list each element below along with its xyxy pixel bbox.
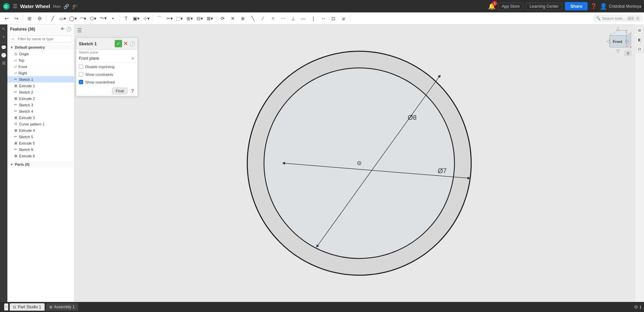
assembly-tab[interactable]: ⊞ Assembly 1 [46,303,78,311]
hamburger-icon[interactable]: ☰ [13,3,17,9]
part-studio-tab[interactable]: ⊡ Part Studio 1 [10,303,44,311]
sketch3-item[interactable]: ✏ Sketch 3 [7,102,74,108]
viewport-list-icon[interactable]: ☰ [77,27,82,34]
app-store-button[interactable]: App Store [498,3,523,10]
add-tab-button[interactable]: + [4,303,8,311]
sketch-help-icon[interactable]: ❓ [130,89,135,93]
origin-item[interactable]: ◎ Origin [7,51,74,57]
viewport[interactable]: ☰ Z X Front △ ▽ ◁ ▷ [74,24,644,302]
curve-pattern1-item[interactable]: ⚙ Curve pattern 1 [7,121,74,127]
document-title: Water Wheel [20,3,50,9]
sketch-plane-clear-icon[interactable]: ✕ [131,56,135,61]
sketch-icon-6: ✏ [14,147,17,152]
notification-button[interactable]: 🔔 1 [488,3,495,10]
vertical-tool[interactable]: | [309,14,318,23]
front-item[interactable]: ▱ Front [7,63,74,70]
sketch2-item[interactable]: ✏ Sketch 2 [7,89,74,95]
extrude6-item[interactable]: ▣ Extrude 6 [7,153,74,159]
default-geometry-group[interactable]: ▼ Default geometry [7,44,74,51]
parallel-tool[interactable]: ⋯ [278,14,288,23]
tangent-tool[interactable]: ∕ [258,14,268,23]
sketch-plane-select[interactable]: Front plane ✕ [76,54,138,63]
disable-imprinting-checkbox[interactable] [79,64,83,69]
arc-tool[interactable]: ◠▾ [78,14,88,23]
sketch2-label: Sketch 2 [19,90,33,94]
point-tool[interactable]: • [108,14,118,23]
add-item-icon[interactable]: + [1,34,7,39]
show-constraints-checkbox[interactable] [79,72,83,76]
select-tool-icon[interactable]: ↖ [1,27,7,32]
fixed-tool[interactable]: ⊡ [329,14,338,23]
split-tool[interactable]: ✕ [228,14,237,23]
sketch-fillet[interactable]: ⊠▾ [205,14,214,23]
mirror-tool[interactable]: ⊟▾ [195,14,204,23]
share-button[interactable]: Share [565,2,588,10]
sketch6-item[interactable]: ✏ Sketch 6 [7,146,74,153]
equal-tool[interactable]: = [268,14,278,23]
sketch4-item[interactable]: ✏ Sketch 4 [7,108,74,114]
symmetric-tool[interactable]: ↔ [319,14,328,23]
fillet-tool[interactable]: ⌒ [155,14,164,23]
right-panel-btn-3[interactable]: ⊡ [636,45,643,53]
link-icon[interactable]: 🔗 [63,4,69,9]
grid-button[interactable]: ⊞ [25,14,34,23]
orientation-badge[interactable]: ⊞ [625,51,631,56]
features-show-icon[interactable]: 👁 [60,27,65,32]
app-logo[interactable]: O [3,3,10,10]
offset-tool[interactable]: ⬚▾ [175,14,184,23]
history-icon[interactable]: 🕐 [1,53,7,58]
centerline-tool[interactable]: ⊹▾ [142,14,151,23]
settings-button[interactable]: ⚙ [35,14,44,23]
linear-pattern-tool[interactable]: ⊞▾ [185,14,194,23]
help-button[interactable]: ❓ [590,3,597,9]
sketch5-item[interactable]: ✏ Sketch 5 [7,134,74,140]
filter-input[interactable] [9,35,72,43]
perpendicular-tool[interactable]: ⊥ [288,14,298,23]
search-tools[interactable]: 🔍 Search tools... alt C [594,15,642,21]
polygon-tool[interactable]: ⬡▾ [88,14,98,23]
front-label: Front [18,65,27,69]
circle-tool[interactable]: ◯▾ [68,14,77,23]
rectangle-tool[interactable]: ▭▾ [58,14,67,23]
comment-icon[interactable]: 💬 [1,45,7,50]
cube-nav[interactable]: Z X Front △ ▽ ◁ ▷ ⊞ [606,27,631,56]
graduate-icon[interactable]: 🎓 [72,3,78,9]
dimension-tool[interactable]: ⌀ [339,14,348,23]
right-panel-btn-2[interactable]: ◧ [636,36,643,43]
undo-redo-group: ↩ ↪ [2,14,21,23]
line-tool[interactable]: ╱ [48,14,57,23]
extrude1-item[interactable]: ▣ Extrude 1 [7,83,74,89]
features-history-icon[interactable]: 🕐 [66,27,71,32]
right-panel-btn-1[interactable]: ⊞ [636,27,643,34]
trim-tool[interactable]: ✂▾ [165,14,174,23]
text-tool[interactable]: T [121,14,131,23]
sketch1-item[interactable]: ✏ Sketch 1 [7,76,74,83]
right-item[interactable]: ▱ Right [7,70,74,76]
sketch-cancel-button[interactable]: ✕ [123,41,128,47]
sketch-ok-button[interactable]: ✓ [115,40,122,47]
bottom-settings-icon[interactable]: ⚙ [634,304,638,310]
parts-group[interactable]: ▼ Parts (0) [7,161,74,168]
circle-center[interactable]: ⊕ [238,14,248,23]
coincident-tool[interactable]: ╲ [248,14,258,23]
show-overdefined-checkbox[interactable]: ✓ [79,80,83,84]
top-item[interactable]: ▱ Top [7,57,74,63]
part-studio-label: Part Studio 1 [18,305,41,309]
bottom-info-icon[interactable]: ℹ [640,304,641,310]
toolbar: ↩ ↪ ⊞ ⚙ ╱ ▭▾ ◯▾ ◠▾ ⬡▾ 〜▾ • T ▣▾ ⊹▾ ⌒ ✂▾ … [0,12,644,24]
redo-button[interactable]: ↪ [12,14,21,23]
horizontal-tool[interactable]: — [299,14,308,23]
convert-tool[interactable]: ⟳ [218,14,227,23]
sketch-clock-icon[interactable]: 🕐 [129,41,135,46]
extrude5-item[interactable]: ▣ Extrude 5 [7,140,74,146]
final-button[interactable]: Final [112,88,127,94]
image-tool[interactable]: ▣▾ [131,14,141,23]
undo-button[interactable]: ↩ [2,14,11,23]
user-menu[interactable]: 👤 Cristobal Montoya [600,3,641,10]
extrude3-item[interactable]: ▣ Extrude 3 [7,114,74,121]
instances-icon[interactable]: ⊞ [1,60,7,65]
spline-tool[interactable]: 〜▾ [98,14,108,23]
extrude2-item[interactable]: ▣ Extrude 2 [7,95,74,102]
extrude4-item[interactable]: ▣ Extrude 4 [7,127,74,134]
learning-center-button[interactable]: Learning Center [526,3,562,10]
